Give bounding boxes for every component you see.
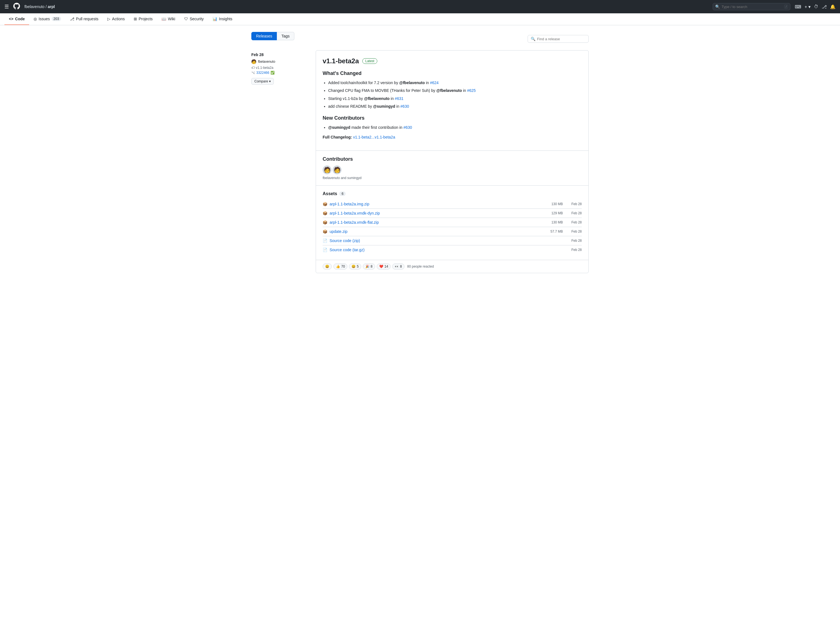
repo-name-link[interactable]: arpl xyxy=(48,5,55,9)
whats-changed-section: What's Changed Added toolchain/toolkit f… xyxy=(323,71,582,110)
pr-link[interactable]: #630 xyxy=(403,125,412,130)
asset-row: 📦 arpl-1.1-beta2a.vmdk-dyn.zip 129 MB Fe… xyxy=(323,209,582,218)
releases-header: Releases Tags 🔍 xyxy=(251,32,589,46)
github-logo[interactable] xyxy=(13,3,20,11)
find-release-search[interactable]: 🔍 xyxy=(528,35,589,43)
pr-icon: ⎇ xyxy=(70,17,74,21)
pr-link[interactable]: #625 xyxy=(467,88,476,93)
hamburger-menu[interactable]: ☰ xyxy=(5,4,9,10)
nav-projects[interactable]: ⊞ Projects xyxy=(129,13,157,25)
nav-security[interactable]: 🛡 Security xyxy=(180,13,208,25)
asset-name-link[interactable]: update.zip xyxy=(330,229,538,234)
changelog-link[interactable]: v1.1-beta2...v1.1-beta2a xyxy=(353,135,395,139)
new-contributors-list: @sumingyd made their first contribution … xyxy=(323,124,582,130)
list-item: Starting v1.1-b2a by @fbelavenuto in #63… xyxy=(328,96,582,102)
reaction-heart[interactable]: ❤️ 14 xyxy=(377,263,391,270)
zip-icon: 📦 xyxy=(323,229,327,234)
contributor-avatars: 🧑 🧑 xyxy=(323,165,582,175)
list-item: Added toolchain/toolkit for 7.2 version … xyxy=(328,80,582,86)
release-card-body: v1.1-beta2a Latest What's Changed Added … xyxy=(316,51,589,150)
asset-row: 📦 update.zip 57.7 MB Feb 28 xyxy=(323,227,582,236)
compare-label: Compare xyxy=(254,79,268,83)
contributor-names: fbelavenuto and sumingyd xyxy=(323,176,582,180)
release-version: v1.1-beta2a xyxy=(323,57,359,65)
asset-date: Feb 28 xyxy=(565,230,582,233)
sidebar-commit: ⌥ 3322466 ✅ xyxy=(251,71,307,75)
user-avatar: 🧑 xyxy=(251,59,256,64)
nav-wiki[interactable]: 📖 Wiki xyxy=(157,13,179,25)
release-date: Feb 28 xyxy=(251,53,307,57)
nav-actions[interactable]: ▷ Actions xyxy=(103,13,129,25)
asset-name-link[interactable]: arpl-1.1-beta2a.img.zip xyxy=(330,202,538,206)
username[interactable]: fbelavenuto xyxy=(258,60,275,63)
search-icon: 🔍 xyxy=(715,5,720,9)
wiki-icon: 📖 xyxy=(162,17,166,21)
tag-icon: 🏷 xyxy=(251,66,255,70)
nav-issues[interactable]: ◎ Issues 203 xyxy=(29,13,65,25)
reaction-count: 70 xyxy=(341,264,345,269)
asset-name-link[interactable]: arpl-1.1-beta2a.vmdk-dyn.zip xyxy=(330,211,538,215)
pull-request-button[interactable]: ⎇ xyxy=(822,4,827,9)
commit-icon: ⌥ xyxy=(251,71,255,75)
assets-count: 6 xyxy=(339,192,346,196)
search-input[interactable] xyxy=(721,5,783,9)
plus-button[interactable]: + ▾ xyxy=(805,4,811,9)
asset-date: Feb 28 xyxy=(565,239,582,242)
nav-insights[interactable]: 📊 Insights xyxy=(208,13,237,25)
sidebar-tag: 🏷 v1.1-beta2a xyxy=(251,66,307,70)
asset-name-link[interactable]: Source code (zip) xyxy=(330,238,538,243)
commit-hash-link[interactable]: 3322466 xyxy=(256,71,269,75)
reaction-count: 8 xyxy=(371,264,373,269)
list-item: Changed CPU flag FMA to MOVBE (THanks fo… xyxy=(328,87,582,94)
zip-icon: 📦 xyxy=(323,220,327,225)
global-search[interactable]: 🔍 / xyxy=(713,3,790,10)
asset-name-link[interactable]: Source code (tar.gz) xyxy=(330,248,538,252)
asset-name-link[interactable]: arpl-1.1-beta2a.vmdk-flat.zip xyxy=(330,220,538,225)
full-changelog: Full Changelog: v1.1-beta2...v1.1-beta2a xyxy=(323,135,582,139)
verified-icon: ✅ xyxy=(270,71,274,75)
pr-link[interactable]: #631 xyxy=(395,96,403,101)
reaction-eyes[interactable]: 👀 8 xyxy=(392,263,404,270)
assets-title: Assets xyxy=(323,191,337,196)
projects-icon: ⊞ xyxy=(134,17,137,21)
reactions-summary: 80 people reacted xyxy=(407,264,434,269)
reaction-thumbsup[interactable]: 👍 70 xyxy=(333,263,347,270)
new-contributors-section: New Contributors @sumingyd made their fi… xyxy=(323,115,582,130)
terminal-button[interactable]: ⌨ xyxy=(795,4,801,9)
issue-icon: ◎ xyxy=(34,17,37,21)
assets-section: Assets 6 📦 arpl-1.1-beta2a.img.zip 130 M… xyxy=(316,185,589,260)
releases-tab[interactable]: Releases xyxy=(251,32,277,40)
pr-link[interactable]: #624 xyxy=(430,80,439,85)
reactions-bar: 😄 👍 70 😄 5 🎉 8 ❤️ 14 👀 8 80 people react… xyxy=(316,260,589,273)
tag-value[interactable]: v1.1-beta2a xyxy=(256,66,273,70)
asset-size: 130 MB xyxy=(541,202,563,206)
asset-date: Feb 28 xyxy=(565,211,582,215)
find-release-input[interactable] xyxy=(537,37,586,41)
latest-badge: Latest xyxy=(362,58,378,64)
reaction-count: 8 xyxy=(400,264,402,269)
pr-link[interactable]: #630 xyxy=(400,104,409,108)
sub-nav: <> Code ◎ Issues 203 ⎇ Pull requests ▷ A… xyxy=(0,13,840,25)
compare-dropdown-icon: ▾ xyxy=(269,79,271,83)
issues-count: 203 xyxy=(52,17,61,21)
releases-tabs: Releases Tags xyxy=(251,32,294,40)
user-mention: @fbelavenuto xyxy=(364,96,390,101)
compare-button[interactable]: Compare ▾ xyxy=(251,78,274,85)
new-contributors-title: New Contributors xyxy=(323,115,582,121)
tags-tab[interactable]: Tags xyxy=(277,32,294,40)
reaction-smile[interactable]: 😄 5 xyxy=(349,263,361,270)
source-icon: 📄 xyxy=(323,238,327,243)
user-mention: @fbelavenuto xyxy=(399,80,425,85)
source-icon: 📄 xyxy=(323,248,327,252)
release-card: v1.1-beta2a Latest What's Changed Added … xyxy=(316,50,589,273)
reaction-tada[interactable]: 🎉 8 xyxy=(363,263,375,270)
notifications-button[interactable]: 🔔 xyxy=(830,4,835,9)
repo-owner-link[interactable]: fbelavenuto xyxy=(25,5,45,9)
top-nav-actions: ⌨ + ▾ ⏱ ⎇ 🔔 xyxy=(795,4,835,9)
user-mention: @sumingyd xyxy=(373,104,395,108)
nav-code[interactable]: <> Code xyxy=(5,13,29,25)
asset-row: 📦 arpl-1.1-beta2a.img.zip 130 MB Feb 28 xyxy=(323,199,582,209)
nav-pull-requests[interactable]: ⎇ Pull requests xyxy=(65,13,103,25)
issues-queue-button[interactable]: ⏱ xyxy=(814,4,818,9)
add-reaction-button[interactable]: 😄 xyxy=(323,263,332,270)
